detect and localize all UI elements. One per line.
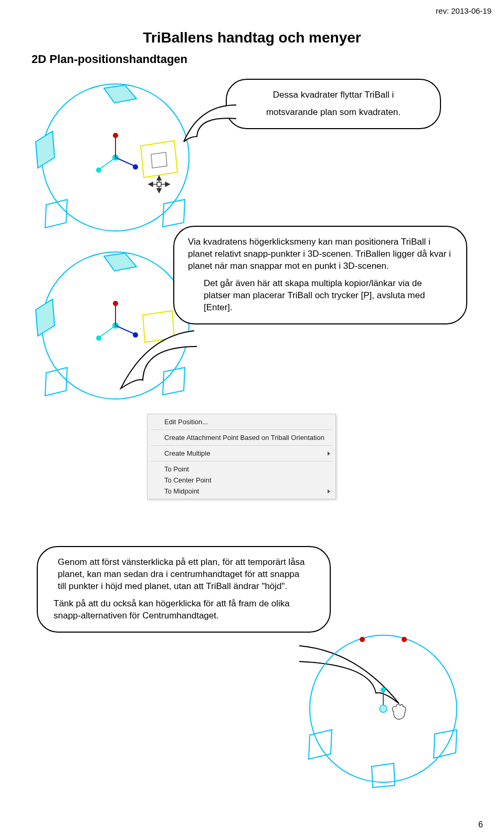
callout-2-p2: Det går även här att skapa multipla kopi… xyxy=(188,278,453,314)
svg-marker-17 xyxy=(165,182,170,186)
callout-2-tail xyxy=(116,326,220,399)
svg-marker-11 xyxy=(151,152,167,168)
svg-marker-29 xyxy=(104,253,136,271)
svg-line-4 xyxy=(100,158,116,169)
section-heading: 2D Plan-positionshandtagen xyxy=(32,52,187,66)
callout-1-line-2: motsvarande plan som kvadraten. xyxy=(240,107,426,119)
menu-item-create-attachment[interactable]: Create Attachment Point Based on Triball… xyxy=(148,432,335,443)
svg-marker-41 xyxy=(372,763,395,788)
svg-marker-30 xyxy=(36,299,55,336)
callout-3-p1: Genom att först vänsterklicka på ett pla… xyxy=(51,556,316,593)
callout-2-p1: Via kvadratens högerklicksmeny kan man p… xyxy=(188,236,453,272)
svg-point-3 xyxy=(113,133,118,138)
context-menu: Edit Position... Create Attachment Point… xyxy=(147,414,336,499)
triball-figure-3 xyxy=(294,630,472,788)
svg-marker-42 xyxy=(434,730,457,758)
menu-separator xyxy=(151,429,332,430)
menu-item-to-midpoint[interactable]: To Midpoint xyxy=(148,486,335,497)
svg-marker-8 xyxy=(104,85,136,103)
menu-item-create-multiple[interactable]: Create Multiple xyxy=(148,448,335,459)
svg-marker-31 xyxy=(45,368,67,396)
svg-marker-19 xyxy=(45,200,67,228)
svg-point-36 xyxy=(402,637,407,642)
callout-3-p2: Tänk på att du också kan högerklicka för… xyxy=(51,598,316,622)
svg-marker-13 xyxy=(157,176,161,180)
svg-marker-14 xyxy=(157,188,161,193)
menu-item-edit-position[interactable]: Edit Position... xyxy=(148,416,335,427)
menu-separator xyxy=(151,461,332,461)
callout-1-tail xyxy=(168,100,252,158)
svg-marker-16 xyxy=(149,182,153,186)
svg-point-26 xyxy=(96,335,101,341)
svg-line-6 xyxy=(116,158,134,166)
callout-3: Genom att först vänsterklicka på ett pla… xyxy=(37,546,331,633)
callout-2: Via kvadratens högerklicksmeny kan man p… xyxy=(173,226,467,324)
svg-point-5 xyxy=(96,167,101,173)
svg-rect-18 xyxy=(157,182,161,186)
menu-separator xyxy=(151,445,332,446)
svg-point-24 xyxy=(113,301,118,306)
callout-1-line-1: Dessa kvadrater flyttar TriBall i xyxy=(240,89,426,101)
svg-marker-20 xyxy=(163,200,185,227)
menu-item-to-point[interactable]: To Point xyxy=(148,464,335,475)
svg-marker-9 xyxy=(36,131,55,168)
svg-point-39 xyxy=(380,705,387,712)
page-number: 6 xyxy=(478,820,483,830)
svg-line-25 xyxy=(100,326,116,337)
svg-point-35 xyxy=(360,637,365,642)
callout-1: Dessa kvadrater flyttar TriBall i motsva… xyxy=(226,79,441,129)
page-title: TriBallens handtag och menyer xyxy=(0,29,504,46)
svg-point-7 xyxy=(133,164,138,170)
svg-point-38 xyxy=(381,687,386,692)
revision-date: rev: 2013-06-19 xyxy=(436,6,491,15)
menu-item-to-center-point[interactable]: To Center Point xyxy=(148,475,335,486)
svg-marker-40 xyxy=(309,730,332,759)
